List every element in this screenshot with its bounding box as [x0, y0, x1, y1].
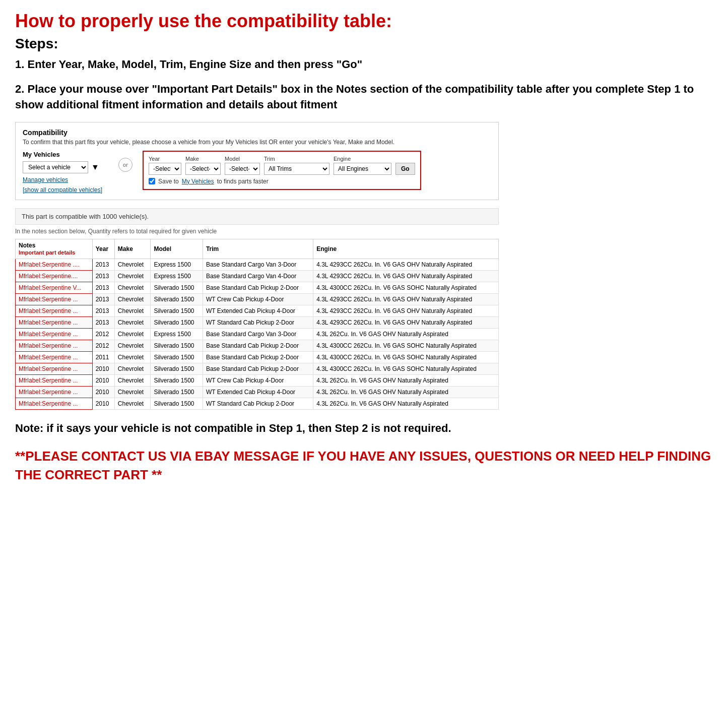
year-select[interactable]: -Select- [149, 163, 181, 175]
trim-cell: WT Crew Cab Pickup 4-Door [203, 374, 313, 386]
model-cell: Silverado 1500 [151, 340, 203, 351]
compat-title: Compatibility [23, 129, 491, 137]
dropdown-arrow-icon: ▼ [91, 163, 99, 172]
step2-wrapper: 2. Place your mouse over "Important Part… [15, 82, 713, 113]
col-year: Year [92, 239, 114, 259]
make-select[interactable]: -Select- [185, 163, 221, 175]
year-cell: 2013 [92, 282, 114, 293]
table-row: Mfrlabel:Serpentine ...2013ChevroletSilv… [16, 293, 499, 305]
my-vehicles-label: My Vehicles [23, 151, 108, 158]
table-row: Mfrlabel:Serpentine ...2012ChevroletSilv… [16, 340, 499, 351]
engine-cell: 4.3L 262Cu. In. V6 GAS OHV Naturally Asp… [313, 374, 499, 386]
manage-vehicles-link[interactable]: Manage vehicles [23, 176, 108, 183]
quantity-note: In the notes section below, Quantity ref… [15, 228, 499, 235]
trim-select[interactable]: All Trims [264, 163, 329, 175]
compat-table: Notes Important part details Year Make M… [15, 239, 499, 410]
make-cell: Chevrolet [114, 374, 151, 386]
notes-cell: Mfrlabel:Serpentine ... [16, 351, 93, 363]
table-header-row: Notes Important part details Year Make M… [16, 239, 499, 259]
table-row: Mfrlabel:Serpentine ...2012ChevroletExpr… [16, 328, 499, 340]
notes-cell: Mfrlabel:Serpentine ... [16, 316, 93, 328]
model-cell: Silverado 1500 [151, 351, 203, 363]
make-field-group: Make -Select- [185, 156, 221, 175]
make-cell: Chevrolet [114, 282, 151, 293]
model-cell: Express 1500 [151, 259, 203, 270]
col-make: Make [114, 239, 151, 259]
trim-cell: Base Standard Cab Pickup 2-Door [203, 351, 313, 363]
engine-select[interactable]: All Engines [334, 163, 391, 175]
engine-cell: 4.3L 262Cu. In. V6 GAS OHV Naturally Asp… [313, 328, 499, 340]
notes-cell: Mfrlabel:Serpentine ... [16, 305, 93, 316]
save-vehicles-checkbox[interactable] [149, 178, 155, 184]
notes-cell: Mfrlabel:Serpentine ... [16, 293, 93, 305]
table-row: Mfrlabel:Serpentine ....2013ChevroletExp… [16, 259, 499, 270]
model-label: Model [225, 156, 260, 162]
trim-cell: Base Standard Cargo Van 3-Door [203, 259, 313, 270]
col-model: Model [151, 239, 203, 259]
save-vehicles-link[interactable]: My Vehicles [182, 178, 214, 185]
make-cell: Chevrolet [114, 293, 151, 305]
engine-cell: 4.3L 262Cu. In. V6 GAS OHV Naturally Asp… [313, 398, 499, 409]
make-cell: Chevrolet [114, 398, 151, 409]
model-cell: Express 1500 [151, 270, 203, 282]
table-row: Mfrlabel:Serpentine ...2013ChevroletSilv… [16, 316, 499, 328]
table-row: Mfrlabel:Serpentine ...2013ChevroletSilv… [16, 305, 499, 316]
make-label: Make [185, 156, 221, 162]
my-vehicles-section: My Vehicles Select a vehicle ▼ Manage ve… [23, 151, 108, 194]
ym-top-row: Year -Select- Make -Select- Model - [149, 156, 415, 175]
year-cell: 2012 [92, 340, 114, 351]
notes-cell: Mfrlabel:Serpentine V... [16, 282, 93, 293]
model-cell: Silverado 1500 [151, 398, 203, 409]
table-row: Mfrlabel:Serpentine ...2010ChevroletSilv… [16, 386, 499, 398]
make-cell: Chevrolet [114, 305, 151, 316]
trim-cell: Base Standard Cargo Van 3-Door [203, 328, 313, 340]
trim-cell: WT Extended Cab Pickup 4-Door [203, 386, 313, 398]
trim-cell: WT Standard Cab Pickup 2-Door [203, 316, 313, 328]
go-button[interactable]: Go [395, 163, 415, 175]
engine-cell: 4.3L 4300CC 262Cu. In. V6 GAS SOHC Natur… [313, 351, 499, 363]
year-cell: 2010 [92, 398, 114, 409]
table-row: Mfrlabel:Serpentine ...2010ChevroletSilv… [16, 363, 499, 374]
compat-row: My Vehicles Select a vehicle ▼ Manage ve… [23, 151, 491, 194]
year-cell: 2013 [92, 259, 114, 270]
model-field-group: Model -Select- [225, 156, 260, 175]
note-text: Note: if it says your vehicle is not com… [15, 421, 713, 436]
make-cell: Chevrolet [114, 316, 151, 328]
compatible-count-box: This part is compatible with 1000 vehicl… [15, 208, 499, 225]
year-cell: 2013 [92, 316, 114, 328]
trim-label: Trim [264, 156, 329, 162]
contact-text: **PLEASE CONTACT US VIA EBAY MESSAGE IF … [15, 447, 713, 484]
col-notes: Notes Important part details [16, 239, 93, 259]
compat-subtitle: To confirm that this part fits your vehi… [23, 139, 491, 146]
engine-cell: 4.3L 4293CC 262Cu. In. V6 GAS OHV Natura… [313, 270, 499, 282]
vehicle-select[interactable]: Select a vehicle [23, 161, 88, 173]
table-row: Mfrlabel:Serpentine....2013ChevroletExpr… [16, 270, 499, 282]
model-cell: Silverado 1500 [151, 386, 203, 398]
engine-field-group: Engine All Engines [334, 156, 391, 175]
show-compatible-link[interactable]: [show all compatible vehicles] [23, 186, 108, 194]
table-row: Mfrlabel:Serpentine ...2010ChevroletSilv… [16, 374, 499, 386]
table-row: Mfrlabel:Serpentine V...2013ChevroletSil… [16, 282, 499, 293]
engine-cell: 4.3L 4293CC 262Cu. In. V6 GAS OHV Natura… [313, 316, 499, 328]
notes-cell: Mfrlabel:Serpentine ... [16, 374, 93, 386]
engine-cell: 4.3L 4293CC 262Cu. In. V6 GAS OHV Natura… [313, 293, 499, 305]
make-cell: Chevrolet [114, 340, 151, 351]
year-cell: 2010 [92, 363, 114, 374]
notes-cell: Mfrlabel:Serpentine ... [16, 340, 93, 351]
steps-heading: Steps: [15, 36, 713, 52]
col-trim: Trim [203, 239, 313, 259]
model-select[interactable]: -Select- [225, 163, 260, 175]
model-cell: Silverado 1500 [151, 363, 203, 374]
trim-cell: Base Standard Cargo Van 4-Door [203, 270, 313, 282]
engine-cell: 4.3L 4293CC 262Cu. In. V6 GAS OHV Natura… [313, 305, 499, 316]
year-make-section: Year -Select- Make -Select- Model - [143, 151, 421, 190]
trim-cell: WT Crew Cab Pickup 4-Door [203, 293, 313, 305]
model-cell: Silverado 1500 [151, 374, 203, 386]
save-suffix: to finds parts faster [217, 178, 269, 185]
engine-cell: 4.3L 4300CC 262Cu. In. V6 GAS SOHC Natur… [313, 282, 499, 293]
model-cell: Express 1500 [151, 328, 203, 340]
col-notes-sub: Important part details [19, 249, 75, 256]
compatibility-box: Compatibility To confirm that this part … [15, 122, 499, 200]
notes-cell: Mfrlabel:Serpentine.... [16, 270, 93, 282]
engine-label: Engine [334, 156, 391, 162]
